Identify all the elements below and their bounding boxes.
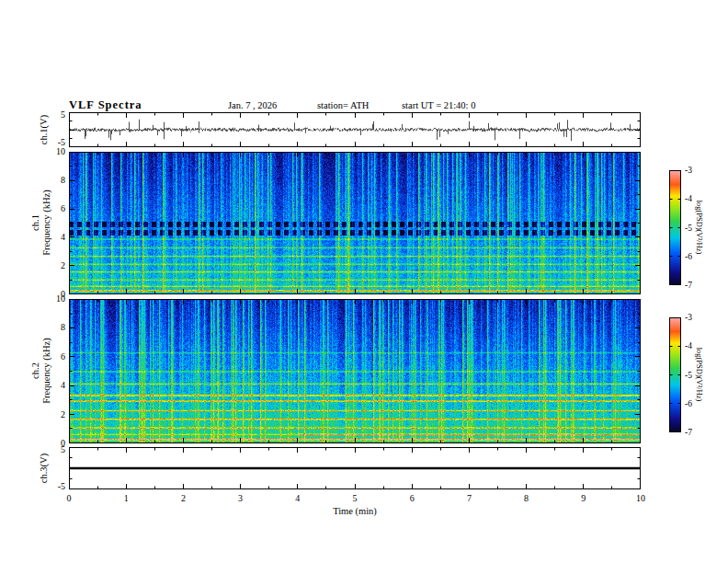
ch1-waveform-canvas <box>69 112 641 147</box>
ch3v-y-tick-label: 5 <box>41 444 65 454</box>
ch3-waveform-canvas <box>69 447 641 489</box>
ch1-freq-tick-label: 6 <box>41 203 65 213</box>
channel-1-label: ch.1 <box>30 154 41 292</box>
time-axis-label: Time (min) <box>318 506 392 516</box>
x-tick-label: 1 <box>116 493 136 503</box>
date-label: Jan. 7 , 2026 <box>228 100 277 110</box>
station-label: station= ATH <box>317 100 369 110</box>
ch2-spectrogram-canvas <box>69 299 641 443</box>
x-tick-label: 9 <box>574 493 594 503</box>
ch1-freq-tick-label: 2 <box>41 260 65 270</box>
colorbar-ch1-canvas <box>669 170 681 285</box>
colorbar2-tick-label: -3 <box>685 313 705 322</box>
x-tick-label: 7 <box>459 493 479 503</box>
colorbar1-tick-label: -3 <box>685 166 705 175</box>
colorbar2-tick-label: -5 <box>685 371 705 380</box>
colorbar-ch2-canvas <box>669 317 681 432</box>
ch2-freq-tick-label: 2 <box>41 409 65 419</box>
colorbar2-tick-label: -4 <box>685 341 705 350</box>
ch1v-y-tick-label: 5 <box>41 109 65 120</box>
start-ut-label: start UT = 21:40: 0 <box>402 100 475 110</box>
x-tick-label: 6 <box>402 493 422 503</box>
ch1-spectrogram-canvas <box>69 152 641 294</box>
colorbar2-tick-label: -6 <box>685 399 705 408</box>
x-tick-label: 3 <box>231 493 251 503</box>
x-tick-label: 10 <box>631 493 651 503</box>
x-tick-label: 4 <box>288 493 308 503</box>
ch2-freq-tick-label: 10 <box>41 293 65 304</box>
vlf-spectra-figure: VLF Spectra Jan. 7 , 2026 station= ATH s… <box>0 0 728 563</box>
channel-2-label: ch.2 <box>30 302 41 440</box>
x-tick-label: 2 <box>173 493 193 503</box>
colorbar1-tick-label: -7 <box>685 281 705 290</box>
ch2-freq-tick-label: 6 <box>41 351 65 362</box>
ch2-freq-tick-label: 4 <box>41 380 65 390</box>
colorbar2-tick-label: -7 <box>685 428 705 437</box>
ch1-freq-tick-label: 10 <box>41 146 65 156</box>
colorbar1-tick-label: -5 <box>685 224 705 233</box>
x-tick-label: 5 <box>345 493 365 503</box>
colorbar1-tick-label: -4 <box>685 194 705 203</box>
ch3v-y-tick-label: -5 <box>41 481 65 491</box>
ch1-freq-tick-label: 4 <box>41 232 65 242</box>
ch2-freq-tick-label: 8 <box>41 322 65 332</box>
ch1-freq-tick-label: 8 <box>41 175 65 185</box>
colorbar1-tick-label: -6 <box>685 252 705 261</box>
x-tick-label: 8 <box>517 493 537 503</box>
figure-title: VLF Spectra <box>69 98 142 112</box>
x-tick-label: 0 <box>59 493 79 503</box>
